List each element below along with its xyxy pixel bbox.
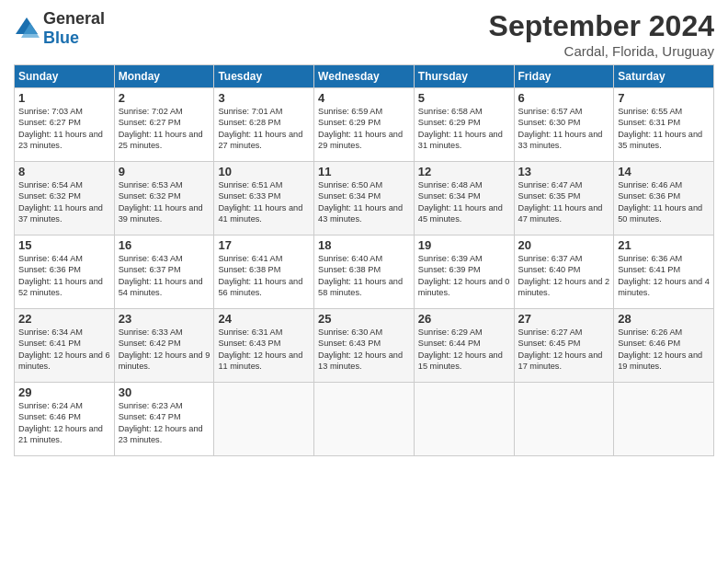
table-row: 22 Sunrise: 6:34 AM Sunset: 6:41 PM Dayl… [15, 309, 115, 383]
table-row: 10 Sunrise: 6:51 AM Sunset: 6:33 PM Dayl… [214, 162, 314, 236]
table-row: 8 Sunrise: 6:54 AM Sunset: 6:32 PM Dayli… [15, 162, 115, 236]
col-thursday: Thursday [414, 65, 514, 88]
table-row: 30 Sunrise: 6:23 AM Sunset: 6:47 PM Dayl… [114, 383, 214, 456]
week-row: 22 Sunrise: 6:34 AM Sunset: 6:41 PM Dayl… [15, 309, 714, 383]
col-wednesday: Wednesday [314, 65, 415, 88]
col-saturday: Saturday [614, 65, 714, 88]
col-tuesday: Tuesday [214, 65, 314, 88]
empty-cell [314, 383, 415, 456]
table-row: 5 Sunrise: 6:58 AM Sunset: 6:29 PM Dayli… [414, 88, 514, 162]
header-row: Sunday Monday Tuesday Wednesday Thursday… [15, 65, 714, 88]
col-sunday: Sunday [15, 65, 115, 88]
table-row: 12 Sunrise: 6:48 AM Sunset: 6:34 PM Dayl… [414, 162, 514, 236]
table-row: 1 Sunrise: 7:03 AM Sunset: 6:27 PM Dayli… [15, 88, 115, 162]
table-row: 15 Sunrise: 6:44 AM Sunset: 6:36 PM Dayl… [15, 236, 115, 309]
col-monday: Monday [114, 65, 214, 88]
table-row: 13 Sunrise: 6:47 AM Sunset: 6:35 PM Dayl… [514, 162, 614, 236]
title-block: September 2024 Cardal, Florida, Uruguay [489, 9, 714, 59]
calendar-table: Sunday Monday Tuesday Wednesday Thursday… [14, 64, 714, 456]
table-row: 29 Sunrise: 6:24 AM Sunset: 6:46 PM Dayl… [15, 383, 115, 456]
table-row: 16 Sunrise: 6:43 AM Sunset: 6:37 PM Dayl… [114, 236, 214, 309]
week-row: 15 Sunrise: 6:44 AM Sunset: 6:36 PM Dayl… [15, 236, 714, 309]
empty-cell [414, 383, 514, 456]
table-row: 3 Sunrise: 7:01 AM Sunset: 6:28 PM Dayli… [214, 88, 314, 162]
table-row: 23 Sunrise: 6:33 AM Sunset: 6:42 PM Dayl… [114, 309, 214, 383]
col-friday: Friday [514, 65, 614, 88]
table-row: 24 Sunrise: 6:31 AM Sunset: 6:43 PM Dayl… [214, 309, 314, 383]
table-row: 19 Sunrise: 6:39 AM Sunset: 6:39 PM Dayl… [414, 236, 514, 309]
table-row: 25 Sunrise: 6:30 AM Sunset: 6:43 PM Dayl… [314, 309, 415, 383]
table-row: 20 Sunrise: 6:37 AM Sunset: 6:40 PM Dayl… [514, 236, 614, 309]
week-row: 1 Sunrise: 7:03 AM Sunset: 6:27 PM Dayli… [15, 88, 714, 162]
empty-cell [514, 383, 614, 456]
location-title: Cardal, Florida, Uruguay [489, 43, 714, 59]
table-row: 6 Sunrise: 6:57 AM Sunset: 6:30 PM Dayli… [514, 88, 614, 162]
month-title: September 2024 [489, 9, 714, 43]
logo-icon [14, 16, 40, 41]
week-row: 8 Sunrise: 6:54 AM Sunset: 6:32 PM Dayli… [15, 162, 714, 236]
calendar-container: General Blue September 2024 Cardal, Flor… [0, 0, 728, 465]
empty-cell [614, 383, 714, 456]
table-row: 26 Sunrise: 6:29 AM Sunset: 6:44 PM Dayl… [414, 309, 514, 383]
table-row: 7 Sunrise: 6:55 AM Sunset: 6:31 PM Dayli… [614, 88, 714, 162]
table-row: 17 Sunrise: 6:41 AM Sunset: 6:38 PM Dayl… [214, 236, 314, 309]
table-row: 11 Sunrise: 6:50 AM Sunset: 6:34 PM Dayl… [314, 162, 415, 236]
logo-text: General Blue [43, 9, 105, 48]
logo: General Blue [14, 9, 105, 48]
table-row: 18 Sunrise: 6:40 AM Sunset: 6:38 PM Dayl… [314, 236, 415, 309]
table-row: 2 Sunrise: 7:02 AM Sunset: 6:27 PM Dayli… [114, 88, 214, 162]
week-row: 29 Sunrise: 6:24 AM Sunset: 6:46 PM Dayl… [15, 383, 714, 456]
empty-cell [214, 383, 314, 456]
table-row: 27 Sunrise: 6:27 AM Sunset: 6:45 PM Dayl… [514, 309, 614, 383]
table-row: 28 Sunrise: 6:26 AM Sunset: 6:46 PM Dayl… [614, 309, 714, 383]
table-row: 9 Sunrise: 6:53 AM Sunset: 6:32 PM Dayli… [114, 162, 214, 236]
table-row: 14 Sunrise: 6:46 AM Sunset: 6:36 PM Dayl… [614, 162, 714, 236]
table-row: 21 Sunrise: 6:36 AM Sunset: 6:41 PM Dayl… [614, 236, 714, 309]
table-row: 4 Sunrise: 6:59 AM Sunset: 6:29 PM Dayli… [314, 88, 415, 162]
header: General Blue September 2024 Cardal, Flor… [14, 9, 714, 59]
